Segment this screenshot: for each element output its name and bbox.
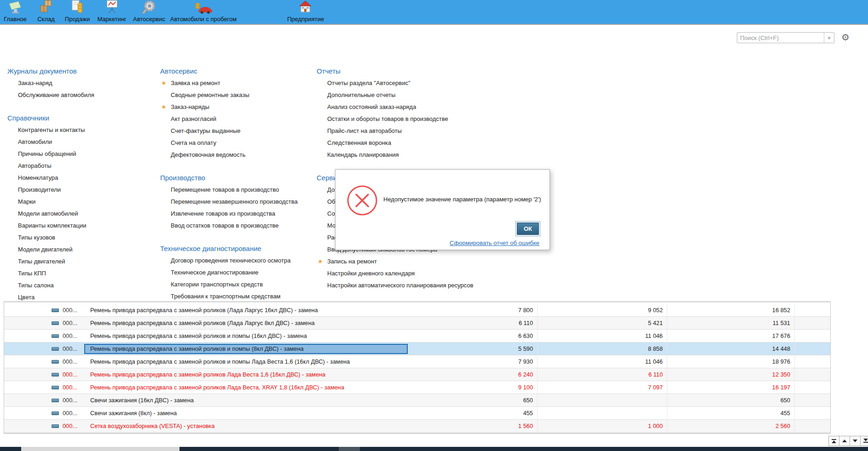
row-name[interactable]: Ремень привода распредвала с заменой рол… <box>84 343 408 355</box>
row-price-2[interactable] <box>538 407 667 419</box>
table-row[interactable]: 000...Ремень привода распредвала с замен… <box>4 304 830 317</box>
row-code[interactable]: 000... <box>63 345 84 352</box>
row-total[interactable]: 16 197 <box>667 381 795 394</box>
menu-item[interactable]: Модели двигателей <box>7 244 94 256</box>
row-total[interactable]: 17 676 <box>667 330 795 342</box>
menu-item[interactable]: Настройки автоматического планирования р… <box>317 280 473 291</box>
menu-item[interactable]: Контрагенты и контакты <box>7 124 94 136</box>
menu-item[interactable]: Сводные ремонтные заказы <box>160 89 298 101</box>
row-total[interactable]: 12 350 <box>667 368 795 381</box>
row-name[interactable]: Ремень привода распредвала с заменой рол… <box>84 304 408 316</box>
taskbar-segment[interactable] <box>21 447 179 451</box>
row-code[interactable]: 000... <box>63 320 84 326</box>
menu-item[interactable]: Категории транспортных средств <box>160 279 298 291</box>
row-name[interactable]: Ремень привода распредвала с заменой рол… <box>84 317 408 329</box>
row-price-2[interactable] <box>538 394 667 406</box>
row-price-1[interactable]: 5 590 <box>408 343 538 355</box>
section-main[interactable]: Главное <box>4 0 27 23</box>
menu-item[interactable]: Следственная воронка <box>317 137 473 149</box>
table-row[interactable]: 000...Свечи зажигания (16кл ДВС) - замен… <box>4 394 830 407</box>
search-clear-icon[interactable]: × <box>824 33 834 43</box>
menu-item[interactable]: Автоработы <box>7 160 94 172</box>
menu-item[interactable]: Модели автомобилей <box>7 208 94 220</box>
row-price-2[interactable]: 7 097 <box>538 381 667 394</box>
row-code[interactable]: 000... <box>63 410 84 417</box>
menu-item[interactable]: Типы двигателей <box>7 256 94 268</box>
scroll-to-top-button[interactable] <box>828 436 839 446</box>
menu-item[interactable]: Техническое диагностирование <box>160 267 298 279</box>
section-marketing[interactable]: Маркетинг <box>97 0 126 23</box>
row-total[interactable]: 455 <box>667 407 795 419</box>
row-code[interactable]: 000... <box>63 397 84 404</box>
row-name[interactable]: Ремень привода распредвала с заменой рол… <box>84 330 408 342</box>
row-price-1[interactable]: 455 <box>408 407 538 419</box>
menu-item[interactable]: ★Заказ-наряды <box>160 101 298 113</box>
row-name[interactable]: Сетка воздухозаборника (VESTA) - установ… <box>84 420 408 432</box>
menu-item[interactable]: ★Заявка на ремонт <box>160 77 298 89</box>
scroll-down-button[interactable] <box>850 436 861 446</box>
menu-item[interactable]: Счет-фактуры выданные <box>160 125 298 137</box>
row-code[interactable]: 000... <box>63 358 84 365</box>
menu-item[interactable]: Перемещение товаров в производство <box>160 184 298 196</box>
taskbar-segment[interactable] <box>339 447 360 451</box>
section-sales[interactable]: Продажи <box>65 0 90 23</box>
row-price-1[interactable]: 1 560 <box>408 420 538 432</box>
menu-item[interactable]: Причины обращений <box>7 148 94 160</box>
row-price-2[interactable]: 8 858 <box>538 343 667 355</box>
row-price-1[interactable]: 9 100 <box>408 381 538 394</box>
row-name[interactable]: Свечи зажигания (8кл) - замена <box>84 407 408 419</box>
row-price-1[interactable]: 6 110 <box>408 317 538 329</box>
row-code[interactable]: 000... <box>63 332 84 339</box>
menu-item[interactable]: Номенклатура <box>7 172 94 184</box>
table-row[interactable]: 000...Ремень привода распредвала с замен… <box>4 355 830 368</box>
menu-item[interactable]: Анализ состояний заказ-наряда <box>317 101 473 113</box>
menu-item[interactable]: Обслуживание автомобиля <box>7 89 94 101</box>
table-row[interactable]: 000...Сетка воздухозаборника (VESTA) - у… <box>4 420 830 433</box>
row-price-1[interactable]: 650 <box>408 394 538 406</box>
menu-item[interactable]: Производители <box>7 184 94 196</box>
menu-item[interactable]: Счета на оплату <box>160 137 298 149</box>
menu-item[interactable]: Типы кузовов <box>7 232 94 244</box>
row-total[interactable]: 16 852 <box>667 304 795 316</box>
menu-item[interactable]: Типы КПП <box>7 268 94 280</box>
menu-item[interactable]: Календарь планирования <box>317 149 473 161</box>
section-enterprise[interactable]: Предприятие <box>287 0 324 23</box>
scroll-to-bottom-button[interactable] <box>860 436 868 446</box>
row-price-2[interactable]: 1 000 <box>538 420 667 432</box>
table-row[interactable]: 000...Свечи зажигания (8кл) - замена4554… <box>4 407 830 420</box>
menu-item[interactable]: Типы салона <box>7 280 94 291</box>
table-row[interactable]: 000...Ремень привода распредвала с замен… <box>4 343 830 355</box>
section-autoservice[interactable]: Автосервис <box>133 0 165 23</box>
row-price-1[interactable]: 6 630 <box>408 330 538 342</box>
menu-item[interactable]: Настройки дневного календаря <box>317 268 473 280</box>
row-price-1[interactable]: 7 800 <box>408 304 538 316</box>
menu-item[interactable]: Прайс-лист на автоработы <box>317 125 473 137</box>
scroll-up-button[interactable] <box>839 436 850 446</box>
menu-item[interactable]: Варианты комплектации <box>7 220 94 232</box>
table-row[interactable]: 000...Ремень привода распредвала с замен… <box>4 317 830 330</box>
menu-item[interactable]: Ввод остатков товаров в производстве <box>160 220 298 232</box>
section-used-cars[interactable]: Автомобили с пробегом <box>170 0 237 23</box>
row-price-2[interactable]: 11 046 <box>538 330 667 342</box>
menu-item[interactable]: Отчеты раздела "Автосервис" <box>317 77 473 89</box>
gear-icon[interactable]: ⚙ <box>841 32 850 43</box>
row-code[interactable]: 000... <box>63 422 84 429</box>
row-price-2[interactable]: 9 052 <box>538 304 667 316</box>
menu-item[interactable]: Заказ-наряд <box>7 77 94 89</box>
active-cell[interactable]: Ремень привода распредвала с заменой рол… <box>84 344 408 354</box>
row-code[interactable]: 000... <box>63 384 84 391</box>
row-name[interactable]: Ремень привода распредвала с заменой рол… <box>84 368 408 381</box>
row-price-2[interactable]: 5 421 <box>538 317 667 329</box>
row-name[interactable]: Ремень привода распредвала с заменой рол… <box>84 381 408 394</box>
menu-item[interactable]: Извлечение товаров из производства <box>160 208 298 220</box>
menu-item[interactable]: Перемещение незавершенного производства <box>160 196 298 208</box>
row-name[interactable]: Ремень привода распредвала с заменой рол… <box>84 355 408 368</box>
row-total[interactable]: 2 560 <box>667 420 795 432</box>
menu-item[interactable]: Дополнительные отчеты <box>317 89 473 101</box>
menu-item[interactable]: ★Запись на ремонт <box>317 256 473 268</box>
menu-item[interactable]: Дефектовочная ведомость <box>160 149 298 161</box>
row-code[interactable]: 000... <box>63 307 84 314</box>
row-price-2[interactable]: 11 046 <box>538 355 667 368</box>
search-input[interactable]: Поиск (Ctrl+F) × <box>737 32 834 43</box>
row-total[interactable]: 18 976 <box>667 355 795 368</box>
